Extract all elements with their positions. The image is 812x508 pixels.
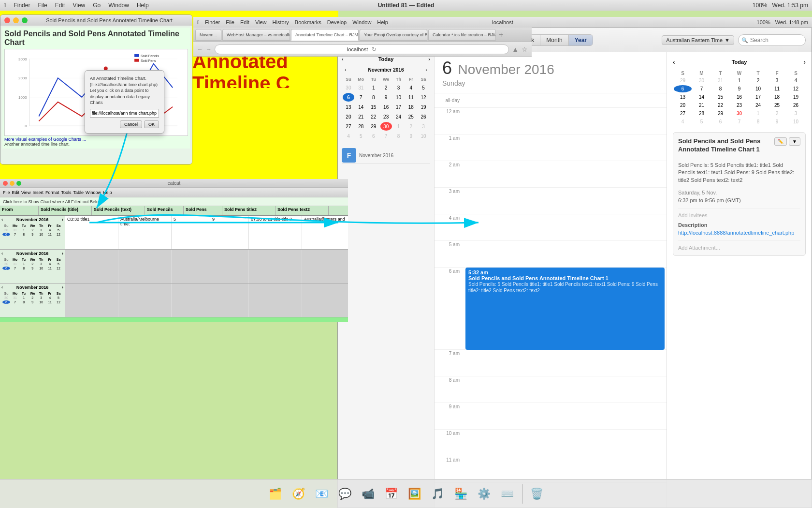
menu2-history[interactable]: History bbox=[273, 19, 289, 25]
mini-cal-day[interactable]: 5 bbox=[355, 132, 367, 140]
mini-cal-day[interactable]: 11 bbox=[405, 93, 417, 102]
menu-file[interactable]: File bbox=[38, 2, 47, 9]
right-panel-next[interactable]: › bbox=[803, 58, 806, 66]
ss-r2-c4[interactable] bbox=[210, 250, 249, 283]
ss-r1-c5[interactable]: 07:56 to z1 title title 2 bbox=[249, 216, 302, 249]
mini-cal-day[interactable]: 16 bbox=[380, 103, 392, 111]
ss-r1-c6[interactable]: Australia@raters and bbox=[302, 216, 348, 249]
dock-system-prefs[interactable]: ⚙️ bbox=[474, 483, 495, 505]
menu2-edit[interactable]: Edit bbox=[240, 19, 249, 25]
mini-cal-day[interactable]: 3 bbox=[418, 122, 429, 131]
menu-help[interactable]: Help bbox=[137, 2, 149, 9]
tab-3[interactable]: Your Emoji Overlay courtesy of RJM Progr… bbox=[360, 29, 427, 41]
ss-row3-cal-next[interactable]: › bbox=[62, 285, 63, 290]
mini-cal-today[interactable]: 6 bbox=[343, 93, 354, 102]
menu-go[interactable]: Go bbox=[93, 2, 101, 9]
mini-cal-day[interactable]: 15 bbox=[368, 103, 379, 111]
mini-cal-day[interactable]: 22 bbox=[368, 112, 379, 121]
mini-cal-day[interactable]: 10 bbox=[418, 132, 429, 140]
mini-cal-day[interactable]: 8 bbox=[393, 132, 405, 140]
mini-cal-day[interactable]: 29 bbox=[368, 122, 379, 131]
mini-cal-day[interactable]: 23 bbox=[380, 112, 392, 121]
menu2-finder[interactable]: Finder bbox=[205, 19, 220, 25]
close-button[interactable] bbox=[4, 17, 10, 23]
dock-mail[interactable]: 📧 bbox=[311, 483, 333, 505]
mini-cal-day[interactable]: 4 bbox=[405, 83, 417, 92]
ss-r2-c5[interactable] bbox=[249, 250, 302, 283]
back-button[interactable]: ← bbox=[197, 46, 203, 53]
ss-menu-9[interactable]: Help bbox=[103, 190, 112, 195]
tab-2[interactable]: Annotated Timeline Chart – RJM Programmi… bbox=[291, 29, 359, 41]
menu-edit[interactable]: Edit bbox=[55, 2, 65, 9]
dock-safari[interactable]: 🧭 bbox=[288, 483, 309, 505]
menu2-help[interactable]: Help bbox=[377, 19, 388, 25]
mini-cal-day-highlighted[interactable]: 30 bbox=[380, 122, 392, 131]
dock-terminal[interactable]: ⌨️ bbox=[497, 483, 518, 505]
mini-cal-day[interactable]: 9 bbox=[380, 93, 392, 102]
new-tab-button[interactable]: + bbox=[499, 30, 503, 39]
mini-cal-day[interactable]: 20 bbox=[343, 112, 354, 121]
mini-cal-day[interactable]: 9 bbox=[405, 132, 417, 140]
menu2-develop[interactable]: Develop bbox=[327, 19, 347, 25]
mini-cal-day[interactable]: 3 bbox=[393, 83, 405, 92]
ss-r3-c4[interactable] bbox=[210, 284, 249, 317]
mini-cal-day[interactable]: 4 bbox=[343, 132, 354, 140]
dialog-input[interactable] bbox=[90, 109, 159, 118]
mini-cal-day[interactable]: 6 bbox=[368, 132, 379, 140]
mini-cal-day[interactable]: 27 bbox=[343, 122, 354, 131]
dock-trash[interactable]: 🗑️ bbox=[526, 483, 548, 505]
mini-cal-day[interactable]: 14 bbox=[355, 103, 367, 111]
mini-cal-day[interactable]: 10 bbox=[393, 93, 405, 102]
menu-window[interactable]: Window bbox=[108, 2, 129, 9]
calendar-search-input[interactable] bbox=[738, 34, 806, 46]
mini-cal-day[interactable]: 30 bbox=[343, 83, 354, 92]
ss-menu-6[interactable]: Tools bbox=[61, 190, 71, 195]
ss-maximize[interactable] bbox=[16, 181, 21, 186]
ss-row2-cal-next[interactable]: › bbox=[62, 251, 63, 256]
menu2-view[interactable]: View bbox=[255, 19, 267, 25]
dialog-ok-button[interactable]: OK bbox=[144, 120, 159, 128]
ss-r1-c4[interactable]: 9 bbox=[210, 216, 249, 249]
mini-cal-day[interactable]: 13 bbox=[343, 103, 354, 111]
add-invitees-button[interactable]: Add Invitees bbox=[678, 208, 800, 218]
ss-menu-8[interactable]: Window bbox=[86, 190, 101, 195]
mini-cal-day[interactable]: 2 bbox=[380, 83, 392, 92]
dock-messages[interactable]: 💬 bbox=[334, 483, 356, 505]
tab-4[interactable]: Calendar *.ics file creation – RJM Progr… bbox=[428, 29, 496, 41]
ss-row3-cal-prev[interactable]: ‹ bbox=[1, 285, 3, 290]
mini-cal-day[interactable]: 8 bbox=[368, 93, 379, 102]
mini-cal-day[interactable]: 31 bbox=[355, 83, 367, 92]
ss-r3-c5[interactable] bbox=[249, 284, 302, 317]
macos-menu-left[interactable]:  Finder File Edit View Go Window Help bbox=[0, 2, 149, 9]
mini-cal-day[interactable]: 28 bbox=[355, 122, 367, 131]
ss-close[interactable] bbox=[3, 181, 8, 186]
mini-cal-day[interactable]: 7 bbox=[380, 132, 392, 140]
ss-r1-c2[interactable]: Australia/Melbourne time: bbox=[118, 216, 172, 249]
dock-finder[interactable]: 🗂️ bbox=[265, 483, 286, 505]
menu2-window[interactable]: Window bbox=[352, 19, 371, 25]
apple-menu[interactable]:  bbox=[4, 2, 6, 9]
mini-cal-day[interactable]: 25 bbox=[405, 112, 417, 121]
bookmark-button[interactable]: ☆ bbox=[522, 45, 528, 53]
ss-r3-c6[interactable] bbox=[302, 284, 348, 317]
tab-0[interactable]: Novem... bbox=[195, 29, 221, 41]
tab-1[interactable]: WebHost Manager – vs-rmetcalfe bbox=[222, 29, 290, 41]
mini-cal-day[interactable]: 17 bbox=[393, 103, 405, 111]
right-panel-today[interactable]: Today bbox=[732, 59, 747, 65]
month-view-button[interactable]: Month bbox=[540, 35, 568, 45]
maximize-button[interactable] bbox=[22, 17, 28, 23]
reload-button[interactable]: ↻ bbox=[372, 46, 377, 53]
minimize-button[interactable] bbox=[13, 17, 19, 23]
ss-menu-2[interactable]: Edit bbox=[12, 190, 20, 195]
mini-cal-1-next[interactable]: › bbox=[422, 66, 430, 74]
mini-cal-1-prev[interactable]: ‹ bbox=[342, 66, 349, 74]
macos2-menu[interactable]:  Finder File Edit View History Bookmark… bbox=[193, 19, 388, 25]
ss-row1-cal-prev[interactable]: ‹ bbox=[1, 217, 3, 222]
menu-view[interactable]: View bbox=[72, 2, 85, 9]
ss-r2-c2[interactable] bbox=[118, 250, 172, 283]
share-button[interactable]: ▲ bbox=[512, 45, 519, 53]
right-cal-today[interactable]: 6 bbox=[674, 85, 692, 92]
ss-r2-c6[interactable] bbox=[302, 250, 348, 283]
timezone-selector[interactable]: Australian Eastern Time ▼ bbox=[662, 35, 734, 45]
prev-month-button[interactable]: ‹ bbox=[342, 56, 344, 62]
